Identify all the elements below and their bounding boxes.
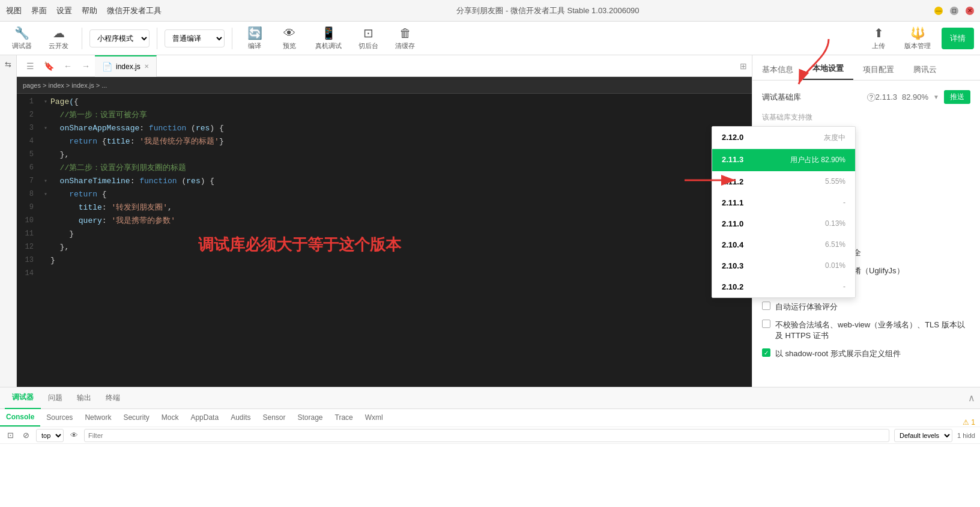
dropdown-item-2111[interactable]: 2.11.1 - xyxy=(712,192,855,213)
compile-select[interactable]: 普通编译 xyxy=(165,29,225,47)
version-dropdown: 2.12.0 灰度中 2.11.3 用户占比 82.90% 2.11.2 5.5… xyxy=(712,126,856,298)
console-tab-network[interactable]: Network xyxy=(79,408,117,427)
debug-lib-arrow[interactable]: ▼ xyxy=(933,94,939,100)
compile-label: 编译 xyxy=(248,41,261,50)
dropdown-item-2113[interactable]: 2.11.3 用户占比 82.90% xyxy=(712,149,855,171)
debug-lib-help-icon[interactable]: ? xyxy=(867,93,876,102)
realtest-label: 真机调试 xyxy=(315,41,342,50)
divider-3 xyxy=(232,28,232,49)
file-tab-indexjs[interactable]: 📄 index.js ✕ xyxy=(95,55,157,77)
bottom-tabs-bar: 调试器 问题 输出 终端 ∧ xyxy=(0,387,980,409)
close-button[interactable]: ✕ xyxy=(966,7,974,15)
file-tabs: ☰ 🔖 ← → 📄 index.js ✕ ⊞ xyxy=(17,55,752,77)
auto-run-checkbox[interactable] xyxy=(762,302,770,310)
shadow-root-checkbox[interactable] xyxy=(762,348,770,357)
dropdown-item-2103[interactable]: 2.10.3 0.01% xyxy=(712,255,855,276)
tab-local-settings[interactable]: 本地设置 xyxy=(803,58,853,80)
code-editor[interactable]: 1 ▾ Page({ 2 //第一步：设置可被分享 3 ▾ onShareApp… xyxy=(17,94,752,387)
tab-project-config[interactable]: 项目配置 xyxy=(853,59,904,80)
close-bottom-panel-icon[interactable]: ∧ xyxy=(968,392,975,404)
bottom-panel: 调试器 问题 输出 终端 ∧ Console Sources Network S… xyxy=(0,387,980,507)
console-tab-appdata[interactable]: AppData xyxy=(184,408,225,427)
cloud-icon: ☁ xyxy=(53,26,65,40)
console-tab-console[interactable]: Console xyxy=(0,408,40,427)
menu-devtools[interactable]: 微信开发者工具 xyxy=(107,5,162,16)
back-icon[interactable]: ← xyxy=(59,61,77,71)
hide-count: 1 hidd xyxy=(957,432,975,439)
bookmark-icon[interactable]: 🔖 xyxy=(39,61,59,71)
cloud-dev-tool[interactable]: ☁ 云开发 xyxy=(43,23,74,53)
debug-lib-percent: 82.90% xyxy=(902,93,928,102)
dropdown-item-2120[interactable]: 2.12.0 灰度中 xyxy=(712,127,855,149)
minimize-button[interactable]: — xyxy=(934,7,943,15)
cursor-icon[interactable]: ⊡ xyxy=(5,430,16,441)
debug-lib-row: 调试基础库 ? 2.11.3 82.90% ▼ 推送 xyxy=(762,90,970,104)
maximize-button[interactable]: □ xyxy=(950,7,958,15)
eye-icon[interactable]: 👁 xyxy=(68,430,79,441)
backend-tool[interactable]: ⊡ 切后台 xyxy=(352,23,384,53)
debugger-tool[interactable]: 🔧 调试器 xyxy=(6,23,38,53)
upload-tool[interactable]: ⬆ 上传 xyxy=(864,23,894,53)
split-editor-icon[interactable]: ⊞ xyxy=(740,61,752,71)
upload-label: 上传 xyxy=(872,41,885,50)
console-tabs: Console Sources Network Security Mock Ap… xyxy=(0,409,980,427)
stop-icon[interactable]: ⊘ xyxy=(20,430,31,441)
code-line-1: 1 ▾ Page({ xyxy=(17,96,752,109)
console-toolbar: ⊡ ⊘ top 👁 Default levels 1 hidd xyxy=(0,427,980,444)
console-tab-mock[interactable]: Mock xyxy=(156,408,185,427)
js-file-icon: 📄 xyxy=(102,62,112,71)
window-controls[interactable]: — □ ✕ xyxy=(934,7,974,15)
compile-tool[interactable]: 🔄 编译 xyxy=(240,23,270,53)
tab-tencent-cloud[interactable]: 腾讯云 xyxy=(904,59,946,80)
console-tab-wxml[interactable]: Wxml xyxy=(359,408,389,427)
divider-1 xyxy=(82,28,82,49)
debugger-icon: 🔧 xyxy=(14,26,29,40)
context-select[interactable]: top xyxy=(36,429,64,442)
code-line-2: 2 //第一步：设置可被分享 xyxy=(17,109,752,123)
tab-basic-info[interactable]: 基本信息 xyxy=(752,59,803,80)
mode-select[interactable]: 小程序模式 xyxy=(89,29,150,47)
backend-icon: ⊡ xyxy=(363,26,374,40)
console-tab-trace[interactable]: Trace xyxy=(329,408,359,427)
detail-button[interactable]: 详情 xyxy=(942,28,974,49)
dropdown-item-2104[interactable]: 2.10.4 6.51% xyxy=(712,234,855,255)
menu-help[interactable]: 帮助 xyxy=(82,5,97,16)
bottom-tab-debugger[interactable]: 调试器 xyxy=(5,387,41,409)
version-tool[interactable]: 🔱 版本管理 xyxy=(898,23,937,53)
bottom-tab-issues[interactable]: 问题 xyxy=(41,387,70,409)
shadow-root-row: 以 shadow-root 形式展示自定义组件 xyxy=(762,348,970,359)
clearstore-tool[interactable]: 🗑 清缓存 xyxy=(389,24,421,53)
preview-tool[interactable]: 👁 预览 xyxy=(274,24,304,53)
no-check-row: 不校验合法域名、web-view（业务域名）、TLS 版本以及 HTTPS 证书 xyxy=(762,320,970,341)
console-tab-sensor[interactable]: Sensor xyxy=(256,408,291,427)
bottom-tab-terminal[interactable]: 终端 xyxy=(98,387,127,409)
forward-icon[interactable]: → xyxy=(77,61,95,71)
console-filter-input[interactable] xyxy=(84,429,889,442)
code-line-11: 11 } xyxy=(17,228,752,241)
menu-settings[interactable]: 设置 xyxy=(56,5,72,16)
dropdown-item-2110[interactable]: 2.11.0 0.13% xyxy=(712,213,855,234)
preview-icon: 👁 xyxy=(283,26,295,40)
console-tab-audits[interactable]: Audits xyxy=(225,408,256,427)
bottom-tab-output[interactable]: 输出 xyxy=(70,387,98,409)
code-line-14: 14 xyxy=(17,268,752,281)
console-tab-storage[interactable]: Storage xyxy=(292,408,329,427)
realtest-tool[interactable]: 📱 真机调试 xyxy=(309,23,348,53)
menu-interface[interactable]: 界面 xyxy=(31,5,47,16)
window-title: 分享到朋友圈 - 微信开发者工具 Stable 1.03.2006090 xyxy=(456,5,639,16)
menu-bar[interactable]: 视图 界面 设置 帮助 微信开发者工具 xyxy=(6,5,162,16)
code-line-3: 3 ▾ onShareAppMessage: function (res) { xyxy=(17,123,752,136)
send-button[interactable]: 推送 xyxy=(944,90,970,104)
sidebar-collapse-icon[interactable]: ⇆ xyxy=(5,60,11,69)
no-check-checkbox[interactable] xyxy=(762,320,770,328)
dropdown-item-2102[interactable]: 2.10.2 - xyxy=(712,276,855,297)
console-tab-sources[interactable]: Sources xyxy=(40,408,79,427)
dropdown-item-2112[interactable]: 2.11.2 5.55% xyxy=(712,171,855,192)
console-tab-security[interactable]: Security xyxy=(117,408,155,427)
code-line-6: 6 //第二步：设置分享到朋友圈的标题 xyxy=(17,162,752,175)
menu-icon[interactable]: ☰ xyxy=(22,61,39,71)
close-tab-icon[interactable]: ✕ xyxy=(144,63,149,70)
menu-view[interactable]: 视图 xyxy=(6,5,22,16)
levels-select[interactable]: Default levels xyxy=(894,429,952,442)
code-line-10: 10 query: '我是携带的参数' xyxy=(17,215,752,228)
